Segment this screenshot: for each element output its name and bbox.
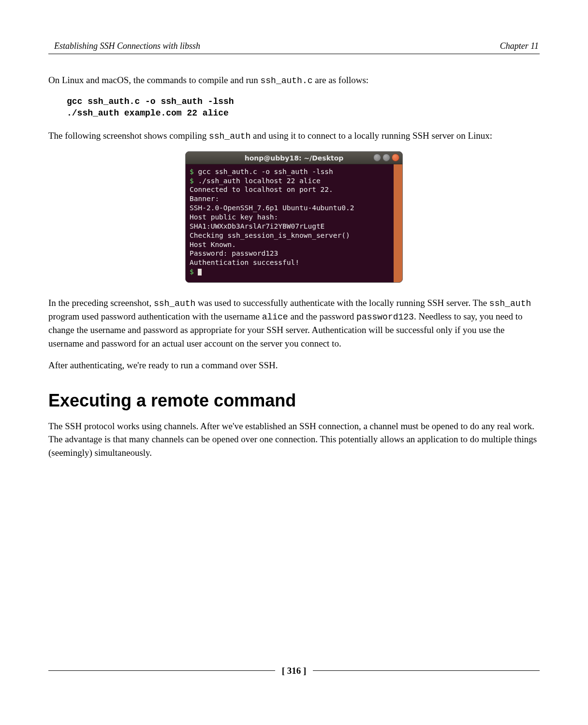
terminal-output: $ gcc ssh_auth.c -o ssh_auth -lssh $ ./s… (186, 164, 402, 282)
output-line: Host public key hash: (190, 213, 278, 221)
inline-code: ssh_auth (489, 299, 531, 308)
prompt: $ (190, 177, 198, 185)
text: In the preceding screenshot, (48, 298, 154, 308)
output-line: Connected to localhost on port 22. (190, 186, 333, 193)
terminal-title: honp@ubby18: ~/Desktop (245, 154, 344, 162)
inline-code: ssh_auth (209, 131, 250, 141)
maximize-icon (382, 154, 390, 161)
paragraph-screenshot-intro: The following screenshot shows compiling… (48, 129, 540, 143)
terminal-window: honp@ubby18: ~/Desktop $ gcc ssh_auth.c … (185, 151, 403, 283)
text: and using it to connect to a locally run… (250, 130, 492, 141)
chapter-label: Chapter 11 (500, 40, 540, 53)
output-line: Banner: (190, 195, 219, 203)
output-line: Checking ssh_session_is_known_server() (190, 232, 350, 239)
footer-rule-right (313, 670, 540, 671)
terminal-screenshot: honp@ubby18: ~/Desktop $ gcc ssh_auth.c … (48, 151, 540, 283)
paragraph-intro: On Linux and macOS, the commands to comp… (48, 73, 540, 87)
inline-code: alice (262, 312, 288, 322)
inline-code: password123 (356, 312, 414, 322)
output-line: Authentication successful! (190, 259, 299, 266)
text: program used password authentication wit… (48, 311, 262, 321)
page-footer: [ 316 ] (48, 664, 540, 678)
inline-code: ssh_auth (154, 299, 195, 308)
text: and the password (288, 311, 356, 321)
paragraph-channels: The SSH protocol works using channels. A… (48, 420, 540, 460)
footer-rule-left (48, 670, 275, 671)
running-header: Establishing SSH Connections with libssh… (48, 40, 540, 54)
window-controls (373, 154, 399, 161)
prompt: $ (190, 168, 198, 175)
compile-commands-code: gcc ssh_auth.c -o ssh_auth -lssh ./ssh_a… (67, 96, 540, 119)
prompt: $ (190, 268, 198, 276)
text: are as follows: (313, 75, 369, 85)
cursor-icon (198, 269, 202, 276)
page-content: Establishing SSH Connections with libssh… (0, 0, 588, 459)
command: ./ssh_auth localhost 22 alice (198, 177, 320, 185)
output-line: Password: password123 (190, 249, 278, 257)
output-line: SSH-2.0-OpenSSH_7.6p1 Ubuntu-4ubuntu0.2 (190, 204, 354, 212)
text: The following screenshot shows compiling (48, 130, 209, 141)
close-icon (392, 154, 399, 161)
inline-code: ssh_auth.c (261, 76, 313, 86)
paragraph-transition: After authenticating, we're ready to run… (48, 359, 540, 372)
output-line: SHA1:UWXxDb3ArslAr7i2YBW07rLugtE (190, 222, 324, 230)
minimize-icon (373, 154, 381, 161)
paragraph-explanation: In the preceding screenshot, ssh_auth wa… (48, 296, 540, 350)
terminal-titlebar: honp@ubby18: ~/Desktop (186, 152, 402, 164)
output-line: Host Known. (190, 241, 236, 248)
chapter-title: Establishing SSH Connections with libssh (48, 40, 200, 53)
section-heading: Executing a remote command (48, 388, 540, 414)
text: On Linux and macOS, the commands to comp… (48, 75, 261, 85)
command: gcc ssh_auth.c -o ssh_auth -lssh (198, 168, 333, 175)
text: was used to successfully authenticate wi… (195, 298, 489, 308)
page-number: [ 316 ] (282, 664, 307, 678)
